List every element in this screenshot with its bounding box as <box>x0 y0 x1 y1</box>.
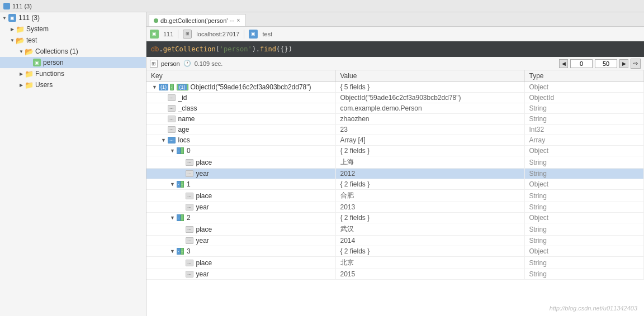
toolbar-sep2 <box>244 30 244 39</box>
folder-icon-system: 📁 <box>16 25 25 33</box>
col-header-key: Key <box>146 70 335 82</box>
folder-icon-collections: 📂 <box>25 47 34 56</box>
folder-icon-test: 📂 <box>16 36 25 45</box>
cell-value: zhaozhen <box>335 114 524 125</box>
table-row[interactable]: ···year2012String <box>146 169 644 179</box>
table-row[interactable]: ···place北京String <box>146 257 644 269</box>
folder-icon-functions: 📁 <box>25 69 34 78</box>
expand-icon-test <box>9 37 16 44</box>
table-row[interactable]: ▼···locsArray [4]Array <box>146 135 644 146</box>
tab-dot <box>154 18 158 23</box>
expand-arrow[interactable]: ▼ <box>170 215 176 221</box>
table-row[interactable]: ···age23Int32 <box>146 125 644 135</box>
cell-type: Int32 <box>524 125 644 135</box>
table-row[interactable]: ···namezhaozhenString <box>146 114 644 125</box>
key-type-icon: ··· <box>186 204 193 210</box>
key-text: place <box>196 159 212 166</box>
cell-type: String <box>524 156 644 169</box>
key-type-icon: ·· <box>177 214 184 221</box>
cell-value: com.example.demo.Person <box>335 103 524 114</box>
table-row[interactable]: ···place合肥String <box>146 190 644 202</box>
tab-close-button[interactable]: × <box>237 17 240 23</box>
cell-type: String <box>524 257 644 269</box>
table-header: Key Value Type <box>146 70 644 82</box>
sidebar-item-users-label: Users <box>35 81 53 89</box>
sidebar-item-collections[interactable]: 📂 Collections (1) <box>0 46 146 57</box>
table-row[interactable]: ···place武汉String <box>146 223 644 236</box>
cell-type: String <box>524 223 644 236</box>
query-bar: db.getCollection('person').find({}) <box>146 41 644 57</box>
pagination-prev-button[interactable]: ◀ <box>559 59 568 68</box>
sidebar-item-test[interactable]: 📂 test <box>0 35 146 46</box>
cell-type: ObjectId <box>524 93 644 103</box>
key-type-icon: ··· <box>186 260 193 266</box>
key-type-icon: ·· <box>177 147 184 154</box>
cell-key: ▼··3 <box>146 246 335 257</box>
cell-value: Array [4] <box>335 135 524 146</box>
col-header-type: Type <box>524 70 644 82</box>
key-text: _id <box>178 94 187 102</box>
query-paren3: ({}) <box>276 45 292 53</box>
sidebar-item-root[interactable]: ▣ 111 (3) <box>0 12 146 23</box>
table-row[interactable]: ···year2015String <box>146 269 644 280</box>
table-row[interactable]: ···year2013String <box>146 202 644 213</box>
table-row[interactable]: ▼··3{ 2 fields }Object <box>146 246 644 257</box>
cell-type: String <box>524 202 644 213</box>
sidebar-item-system[interactable]: 📁 System <box>0 23 146 35</box>
table-body: ▼(1)·(1)ObjectId("59ade16c2cf3a903bcb2dd… <box>146 82 644 280</box>
sidebar-item-functions-label: Functions <box>35 70 64 78</box>
pagination-size-input[interactable] <box>595 59 617 68</box>
expand-arrow[interactable]: ▼ <box>170 248 176 254</box>
key-type-icon: ··· <box>186 193 193 199</box>
toolbar: ▣ 111 ⊞ localhost:27017 ▣ test <box>146 27 644 41</box>
key-text: name <box>178 115 195 123</box>
table-row[interactable]: ▼··2{ 2 fields }Object <box>146 213 644 223</box>
expand-arrow[interactable]: ▼ <box>170 148 176 154</box>
key-type-icon: ··· <box>186 271 193 277</box>
cell-key: ▼··2 <box>146 213 335 223</box>
cell-key: ···place <box>146 156 335 169</box>
cell-value: 2015 <box>335 269 524 280</box>
sidebar-item-users[interactable]: 📁 Users <box>0 79 146 90</box>
cell-value: ObjectId("59ade16c2cf3a903bcb2dd78") <box>335 93 524 103</box>
cell-type: Object <box>524 146 644 156</box>
expand-arrow[interactable]: ▼ <box>170 181 176 187</box>
export-button[interactable]: ⇨ <box>631 59 641 69</box>
toolbar-sep1 <box>178 30 178 39</box>
cell-key: ···age <box>146 125 335 135</box>
sidebar-item-test-label: test <box>26 36 37 44</box>
table-row[interactable]: ···year2014String <box>146 236 644 246</box>
toolbar-db-icon: ▣ <box>150 30 159 39</box>
cell-type: String <box>524 236 644 246</box>
query-method: db <box>151 45 159 53</box>
pagination-start-input[interactable] <box>570 59 593 68</box>
pagination-next-button[interactable]: ▶ <box>619 59 628 68</box>
sidebar-item-collections-label: Collections (1) <box>35 47 78 55</box>
sidebar: ▣ 111 (3) 📁 System 📂 test 📂 Collections … <box>0 12 146 316</box>
sidebar-item-functions[interactable]: 📁 Functions <box>0 68 146 79</box>
key-text: _class <box>178 104 197 112</box>
key-text: 1 <box>187 180 191 188</box>
cell-type: String <box>524 169 644 179</box>
table-row[interactable]: ···_idObjectId("59ade16c2cf3a903bcb2dd78… <box>146 93 644 103</box>
data-table: Key Value Type ▼(1)·(1)ObjectId("59ade16… <box>146 70 644 316</box>
cell-type: String <box>524 190 644 202</box>
table-row[interactable]: ▼··1{ 2 fields }Object <box>146 179 644 190</box>
table-row[interactable]: ···_classcom.example.demo.PersonString <box>146 103 644 114</box>
table-row[interactable]: ···place上海String <box>146 156 644 169</box>
key-text: year <box>196 170 209 178</box>
table-row[interactable]: ▼··0{ 2 fields }Object <box>146 146 644 156</box>
table-row[interactable]: ▼(1)·(1)ObjectId("59ade16c2cf3a903bcb2dd… <box>146 82 644 93</box>
cell-value: 2013 <box>335 202 524 213</box>
query-get-collection: getCollection <box>163 45 216 53</box>
key-text: 3 <box>187 247 191 255</box>
sidebar-item-person[interactable]: ▣ person <box>0 57 146 68</box>
cell-type: String <box>524 114 644 125</box>
tab-query[interactable]: db.getCollection('person' ··· × <box>149 14 246 26</box>
result-table-icon: ⊞ <box>150 60 158 68</box>
result-bar-left: ⊞ person 🕐 0.109 sec. <box>150 60 222 68</box>
expand-arrow[interactable]: ▼ <box>152 84 158 90</box>
expand-arrow[interactable]: ▼ <box>161 137 167 143</box>
col-header-value: Value <box>335 70 524 82</box>
cell-type: Array <box>524 135 644 146</box>
